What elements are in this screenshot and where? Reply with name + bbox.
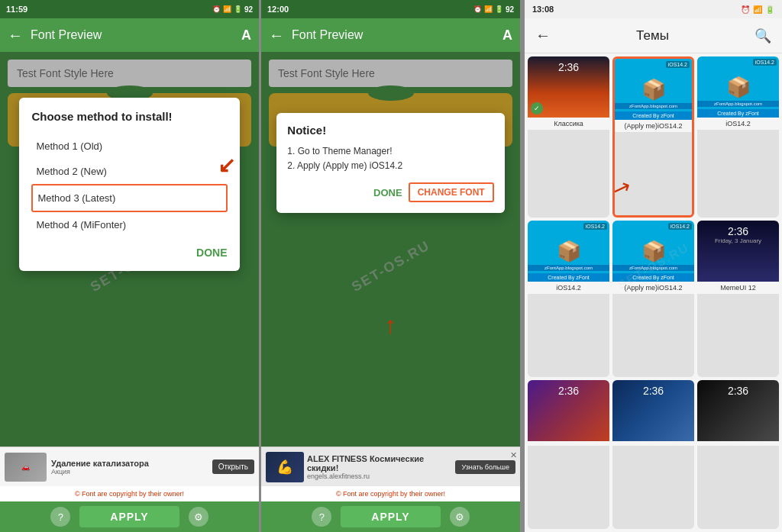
content-area-2: 🐻 ↑ Notice! 1. Go to Theme Manager! 2. A… bbox=[261, 52, 520, 447]
lock1-img: 2:36 bbox=[528, 380, 609, 441]
lock3-img: 2:36 bbox=[697, 380, 779, 441]
font-icon-2[interactable]: A bbox=[502, 27, 512, 44]
content-area-1: Choose method to install! Method 1 (Old)… bbox=[0, 52, 259, 447]
ad-sub-2: engels.alexfitness.ru bbox=[307, 472, 452, 480]
ad-subtitle-1: Акция bbox=[51, 468, 208, 476]
settings-icon-1[interactable]: ⚙ bbox=[189, 507, 208, 527]
themes-title: Темы bbox=[636, 28, 669, 44]
theme-name-ios-apply: (Apply me)iOS14.2 bbox=[615, 120, 692, 132]
notice-body: 1. Go to Theme Manager! 2. Apply (Apply … bbox=[287, 144, 493, 173]
status-bar-2: 12:00 ⏰ 📶 🔋 92 bbox=[261, 0, 520, 18]
lock2-img: 2:36 bbox=[612, 380, 694, 441]
ios2-img: iOS14.2 📦 Created By zFont zFontApp.blog… bbox=[528, 221, 609, 282]
theme-cell-apply2[interactable]: iOS14.2 📦 Created By zFont zFontApp.blog… bbox=[612, 221, 694, 377]
theme-cell-ios[interactable]: iOS14.2 📦 Created By zFont zFontApp.blog… bbox=[697, 56, 779, 218]
theme-cell-memeui[interactable]: 2:36 Friday, 3 January MemeUI 12 bbox=[697, 221, 779, 377]
ios-apply-img: iOS14.2 📦 Created By zFont zFontApp.blog… bbox=[615, 59, 692, 120]
change-font-button[interactable]: CHANGE FONT bbox=[409, 182, 494, 202]
panel-2: SET-OS.RU 12:00 ⏰ 📶 🔋 92 ← Font Preview … bbox=[261, 0, 522, 532]
theme-cell-lock3[interactable]: 2:36 bbox=[697, 380, 779, 529]
ad-title-1: Удаление катализатора bbox=[51, 459, 208, 468]
notice-buttons: DONE CHANGE FONT bbox=[287, 182, 493, 202]
apply-bar-2: ? APPLY ⚙ bbox=[261, 501, 520, 532]
ios-img: iOS14.2 📦 Created By zFont zFontApp.blog… bbox=[697, 56, 779, 118]
status-time-2: 12:00 bbox=[267, 5, 289, 14]
copyright-2: © Font are copyright by their owner! bbox=[261, 486, 520, 501]
classic-img: 2:36 ✓ bbox=[528, 56, 609, 118]
ios-icon3: 📦 bbox=[557, 240, 581, 263]
ad-bar-2: 💪 ALEX FITNESS Космические скидки! engel… bbox=[261, 447, 520, 486]
themes-status-icons: ⏰ 📶 🔋 bbox=[741, 5, 774, 14]
theme-name-lock2 bbox=[612, 441, 694, 446]
apply-button-1[interactable]: APPLY bbox=[79, 506, 179, 527]
notice-dialog: Notice! 1. Go to Theme Manager! 2. Apply… bbox=[276, 113, 504, 213]
header-bar-1: ← Font Preview A bbox=[0, 18, 259, 52]
theme-name-lock3 bbox=[697, 441, 779, 446]
theme-cell-ios2[interactable]: iOS14.2 📦 Created By zFont zFontApp.blog… bbox=[528, 221, 609, 377]
themes-search-button[interactable]: 🔍 bbox=[755, 27, 771, 44]
done-button-1[interactable]: DONE bbox=[196, 247, 227, 259]
status-bar-1: 11:59 ⏰ 📶 🔋 92 bbox=[0, 0, 259, 18]
theme-cell-classic[interactable]: 2:36 ✓ Классика bbox=[528, 56, 609, 218]
back-button-1[interactable]: ← bbox=[8, 27, 23, 44]
notice-arrow: ↑ bbox=[385, 311, 397, 340]
themes-panel: SET-OS.RU 13:08 ⏰ 📶 🔋 ← Темы 🔍 ↗ 2:36 ✓ … bbox=[522, 0, 782, 532]
help-icon-1[interactable]: ? bbox=[50, 507, 70, 527]
theme-cell-lock2[interactable]: 2:36 bbox=[612, 380, 694, 529]
copyright-1: © Font are copyright by their owner! bbox=[0, 486, 259, 501]
themes-status-bar: 13:08 ⏰ 📶 🔋 bbox=[525, 0, 782, 18]
status-icons-1: ⏰ 📶 🔋 92 bbox=[212, 5, 253, 14]
ad-text-2: ALEX FITNESS Космические скидки! engels.… bbox=[307, 454, 452, 480]
themes-grid: 2:36 ✓ Классика iOS14.2 📦 Created By zFo… bbox=[525, 53, 782, 532]
apply2-img: iOS14.2 📦 Created By zFont zFontApp.blog… bbox=[612, 221, 694, 282]
ios-icon2: 📦 bbox=[726, 76, 751, 99]
status-time-1: 11:59 bbox=[6, 5, 27, 14]
settings-icon-2[interactable]: ⚙ bbox=[450, 507, 470, 527]
dialog-overlay-1: Choose method to install! Method 1 (Old)… bbox=[0, 52, 259, 447]
theme-name-ios2: iOS14.2 bbox=[528, 282, 609, 294]
notice-done-button[interactable]: DONE bbox=[373, 187, 402, 198]
theme-name-apply2: (Apply me)iOS14.2 bbox=[612, 282, 694, 294]
back-button-2[interactable]: ← bbox=[269, 27, 284, 44]
ad-text-1: Удаление катализатора Акция bbox=[51, 459, 208, 476]
method-3-option[interactable]: Method 3 (Latest) bbox=[31, 184, 227, 212]
header-title-1: Font Preview bbox=[31, 28, 234, 42]
ad-bar-1: 🚗 Удаление катализатора Акция Открыть bbox=[0, 447, 259, 486]
themes-time: 13:08 bbox=[532, 5, 554, 14]
theme-cell-lock1[interactable]: 2:36 bbox=[528, 380, 609, 529]
apply-bar-1: ? APPLY ⚙ bbox=[0, 501, 259, 532]
check-badge-classic: ✓ bbox=[531, 102, 543, 114]
notice-title: Notice! bbox=[287, 124, 493, 137]
ios-icon: 📦 bbox=[641, 78, 666, 102]
help-icon-2[interactable]: ? bbox=[312, 507, 331, 527]
theme-name-classic: Классика bbox=[528, 118, 609, 130]
method-2-option[interactable]: Method 2 (New) ↙ bbox=[31, 159, 227, 184]
method-1-option[interactable]: Method 1 (Old) bbox=[31, 134, 227, 159]
arrow-method2: ↙ bbox=[218, 153, 235, 178]
font-icon-1[interactable]: A bbox=[241, 27, 251, 44]
theme-name-ios: iOS14.2 bbox=[697, 118, 779, 130]
ad-close-2[interactable]: ✕ bbox=[510, 450, 517, 460]
header-title-2: Font Preview bbox=[292, 28, 495, 42]
status-icons-2: ⏰ 📶 🔋 92 bbox=[473, 5, 514, 14]
header-bar-2: ← Font Preview A bbox=[261, 18, 520, 52]
apply-button-2[interactable]: APPLY bbox=[341, 506, 440, 527]
ad-image-2: 💪 bbox=[266, 452, 304, 482]
ad-title-2: ALEX FITNESS Космические скидки! bbox=[307, 454, 452, 472]
method-4-option[interactable]: Method 4 (MiFonter) bbox=[31, 212, 227, 237]
ad-more-button-2[interactable]: Узнать больше bbox=[455, 460, 515, 474]
themes-header: ← Темы 🔍 bbox=[525, 18, 782, 53]
theme-name-lock1 bbox=[528, 441, 609, 446]
install-method-dialog: Choose method to install! Method 1 (Old)… bbox=[19, 98, 239, 271]
panel-1: SET-OS.RU 11:59 ⏰ 📶 🔋 92 ← Font Preview … bbox=[0, 0, 261, 532]
theme-name-memeui: MemeUI 12 bbox=[697, 282, 779, 294]
memeui-img: 2:36 Friday, 3 January bbox=[697, 221, 779, 282]
notice-overlay: ↑ Notice! 1. Go to Theme Manager! 2. App… bbox=[261, 52, 520, 447]
ios-icon4: 📦 bbox=[641, 240, 666, 263]
themes-back-button[interactable]: ← bbox=[535, 27, 551, 44]
ad-button-1[interactable]: Открыть bbox=[212, 459, 254, 474]
ad-image-1: 🚗 bbox=[5, 453, 47, 482]
dialog-footer-1: DONE bbox=[31, 247, 227, 259]
dialog-title-1: Choose method to install! bbox=[31, 110, 227, 123]
